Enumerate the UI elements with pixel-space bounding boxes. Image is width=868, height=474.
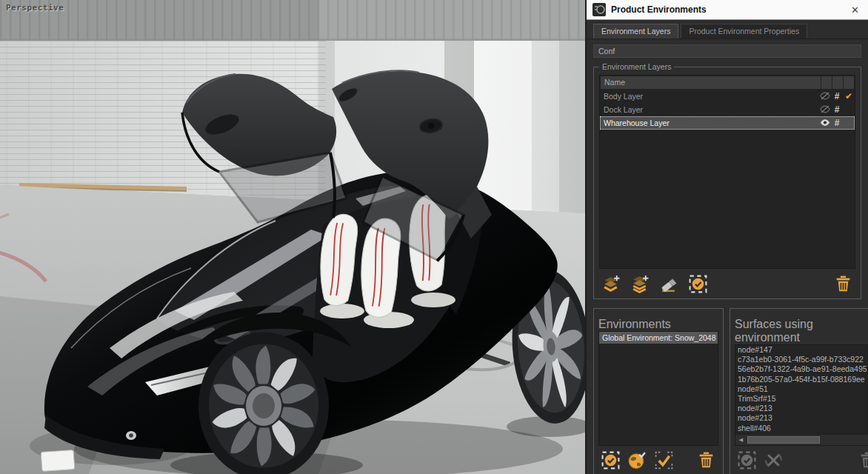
layer-row-body-layer[interactable]: Body Layer#✔: [600, 90, 855, 103]
layer-name: Wharehouse Layer: [604, 118, 819, 127]
group-title: Environments: [598, 318, 718, 331]
surfaces-list[interactable]: node#147c73a1eb0-3061-4f5c-a99f-b733c922…: [735, 344, 868, 446]
layer-row-dock-layer[interactable]: Dock Layer#: [600, 103, 855, 116]
remove-environment-from-surfaces-button-cross-icon: [764, 450, 784, 470]
close-icon[interactable]: ✕: [848, 3, 862, 17]
environments-group: Environments Global Environment: Snow_20…: [593, 308, 724, 474]
horizontal-scroll-thumb[interactable]: [747, 436, 820, 444]
rendered-scene: [0, 0, 585, 474]
set-global-environment-button-globe-check-icon[interactable]: [627, 450, 647, 470]
layer-row-wharehouse-layer[interactable]: Wharehouse Layer#: [600, 116, 855, 130]
surface-item[interactable]: c73a1eb0-3061-4f5c-a99f-b733c922: [738, 355, 867, 364]
select-objects-using-environment-button-select-check-icon[interactable]: [601, 450, 621, 470]
eye-off-icon[interactable]: [819, 105, 831, 114]
viewport-3d[interactable]: Perspective: [0, 0, 585, 474]
surface-item[interactable]: node#213: [738, 404, 867, 413]
product-environments-panel: Product Environments ✕ Environment Layer…: [585, 0, 868, 474]
environment-layers-group: Environment Layers Name Body Layer#✔Dock…: [593, 67, 861, 299]
scroll-left-icon[interactable]: ◀: [735, 435, 747, 445]
delete-environment-layer-button-trash-icon[interactable]: [833, 274, 853, 294]
environment-layers-table[interactable]: Name Body Layer#✔Dock Layer#Wharehouse L…: [599, 75, 855, 269]
eye-off-icon[interactable]: [819, 92, 831, 101]
conf-bar[interactable]: Conf: [593, 44, 861, 58]
eye-icon[interactable]: [819, 118, 831, 127]
layer-name: Body Layer: [604, 92, 819, 101]
surface-item[interactable]: 56eb2b7f-1322-4a9b-ae91-8eeda495: [738, 364, 867, 374]
surfaces-group: Surfaces using environment node#147c73a1…: [730, 308, 868, 474]
surface-item[interactable]: TrimSrf#15: [738, 394, 867, 404]
surface-item[interactable]: node#51: [738, 384, 867, 394]
panel-title: Product Environments: [611, 4, 707, 15]
horizontal-scrollbar[interactable]: ◀ ▶: [735, 434, 868, 445]
group-title: Surfaces using environment: [735, 318, 868, 344]
surface-item[interactable]: shell#406: [738, 424, 867, 433]
new-environment-layer-button-new-layer-icon[interactable]: [601, 274, 621, 294]
horizontal-scroll-track[interactable]: [821, 435, 868, 445]
new-child-environment-layer-button-new-layer-alt-icon[interactable]: [630, 274, 650, 294]
product-environments-icon: [592, 3, 606, 16]
hash-icon[interactable]: #: [831, 93, 843, 100]
surface-item[interactable]: 1b76b205-57a0-454f-b15f-088169ee: [738, 375, 867, 384]
delete-surface-button-trash-icon: [858, 450, 868, 470]
name-column-header[interactable]: Name: [601, 76, 821, 89]
tab-environment-layers[interactable]: Environment Layers: [593, 24, 678, 39]
hash-icon[interactable]: #: [831, 119, 843, 127]
surfaces-toolbar: [735, 446, 868, 470]
assign-environment-button-check-icon[interactable]: [654, 450, 674, 470]
environments-list[interactable]: Global Environment: Snow_2048: [598, 331, 718, 446]
environment-item[interactable]: Global Environment: Snow_2048: [599, 332, 718, 344]
layer-name: Dock Layer: [604, 105, 819, 114]
clear-environment-assignment-button-eraser-icon[interactable]: [659, 274, 679, 294]
environments-toolbar: [598, 446, 718, 470]
select-surfaces-button-select-check-icon: [737, 450, 757, 470]
panel-titlebar[interactable]: Product Environments ✕: [587, 0, 868, 20]
surface-item[interactable]: node#147: [738, 345, 867, 355]
tab-product-environment-properties[interactable]: Product Environment Properties: [681, 24, 807, 39]
current-column-header[interactable]: [844, 76, 854, 89]
group-title: Environment Layers: [599, 62, 674, 71]
surface-item[interactable]: node#213: [738, 413, 867, 423]
delete-environment-button-trash-icon[interactable]: [696, 450, 716, 470]
select-assigned-objects-button-select-check-icon[interactable]: [688, 274, 708, 294]
table-header: Name: [600, 76, 855, 90]
hash-column-header[interactable]: [832, 76, 843, 89]
layers-toolbar: [599, 269, 855, 294]
visibility-column-header[interactable]: [821, 76, 832, 89]
current-layer-check-icon[interactable]: ✔: [843, 93, 855, 100]
viewport-title[interactable]: Perspective: [6, 3, 64, 13]
tab-bar: Environment Layers Product Environment P…: [587, 20, 868, 39]
hash-icon[interactable]: #: [831, 106, 843, 113]
